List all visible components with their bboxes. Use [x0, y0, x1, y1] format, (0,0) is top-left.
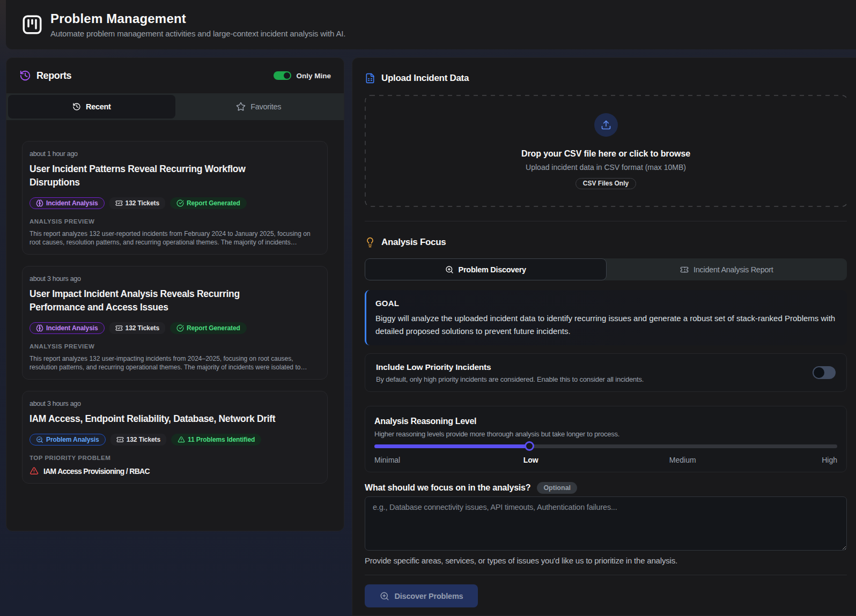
report-title: User Incident Patterns Reveal Recurring …: [29, 162, 292, 189]
focus-question-label: What should we focus on in the analysis?: [365, 483, 530, 493]
slider-label-minimal: Minimal: [374, 455, 400, 465]
tab-favorites[interactable]: Favorites: [175, 95, 343, 118]
report-title: IAM Access, Endpoint Reliability, Databa…: [29, 412, 292, 426]
report-card[interactable]: about 3 hours ago User Impact Incident A…: [22, 266, 328, 380]
circle-check-icon: [176, 324, 184, 332]
badge-label: 132 Tickets: [127, 436, 160, 443]
triangle-alert-icon: [29, 466, 39, 476]
optional-badge: Optional: [537, 482, 577, 494]
goal-text: Biggy will analyze the uploaded incident…: [375, 312, 838, 338]
goal-card: GOAL Biggy will analyze the uploaded inc…: [365, 290, 847, 345]
history-icon: [72, 102, 81, 111]
tab-label: Problem Discovery: [459, 265, 526, 274]
zoom-in-icon: [445, 265, 454, 274]
section-divider: [365, 221, 847, 221]
footer-divider: [365, 575, 847, 575]
report-list: about 1 hour ago User Incident Patterns …: [6, 120, 344, 531]
analysis-focus-title: Analysis Focus: [381, 237, 446, 248]
tickets-badge: 132 Tickets: [109, 197, 165, 209]
badge-label: 132 Tickets: [126, 199, 159, 207]
reasoning-description: Higher reasoning levels provide more tho…: [374, 430, 837, 438]
app-header: Problem Management Automate problem mana…: [6, 0, 856, 49]
focus-textarea[interactable]: [365, 496, 847, 551]
triangle-alert-icon: [178, 436, 185, 443]
reports-title: Reports: [36, 70, 71, 81]
low-priority-card: Include Low Priority Incidents By defaul…: [365, 353, 847, 392]
badge-label: Report Generated: [187, 199, 240, 207]
analysis-section-header: Analysis Focus: [365, 237, 847, 248]
csv-dropzone[interactable]: Drop your CSV file here or click to brow…: [365, 95, 847, 207]
badge-label: 132 Tickets: [126, 324, 159, 332]
reasoning-title: Analysis Reasoning Level: [374, 416, 837, 426]
slider-fill: [374, 444, 529, 448]
main-panel: Upload Incident Data Drop your CSV file …: [352, 57, 856, 616]
report-card[interactable]: about 1 hour ago User Incident Patterns …: [22, 141, 328, 255]
lightbulb-icon: [365, 237, 375, 248]
reports-tabs: Recent Favorites: [6, 93, 344, 120]
ticket-check-icon: [116, 436, 124, 443]
focus-helper-text: Provide specific areas, services, or typ…: [365, 556, 847, 565]
brain-icon: [36, 324, 43, 332]
analysis-preview-text: This report analyzes 132 user-reported i…: [29, 230, 320, 247]
tickets-badge: 132 Tickets: [109, 322, 165, 334]
toggle-knob: [814, 367, 824, 378]
reports-panel: Reports Only Mine Recent Favorites about…: [6, 57, 344, 531]
square-kanban-icon: [21, 13, 43, 36]
history-icon: [19, 70, 31, 81]
analysis-preview-label: ANALYSIS PREVIEW: [29, 218, 320, 225]
tab-incident-analysis-report[interactable]: Incident Analysis Report: [607, 258, 847, 280]
brain-icon: [36, 199, 43, 207]
star-icon: [236, 102, 246, 112]
type-badge: Incident Analysis: [29, 322, 105, 334]
search-check-icon: [36, 436, 43, 443]
badge-label: Incident Analysis: [46, 324, 98, 332]
report-card[interactable]: about 3 hours ago IAM Access, Endpoint R…: [22, 391, 328, 484]
tab-label: Favorites: [250, 102, 281, 111]
report-timestamp: about 3 hours ago: [29, 275, 320, 283]
report-title: User Impact Incident Analysis Reveals Re…: [29, 287, 292, 314]
tab-label: Incident Analysis Report: [693, 265, 773, 274]
page-subtitle: Automate problem management activities a…: [50, 29, 345, 38]
goal-label: GOAL: [375, 299, 838, 307]
report-timestamp: about 1 hour ago: [29, 150, 320, 158]
badge-label: Report Generated: [187, 324, 240, 332]
ticket-check-icon: [115, 199, 123, 207]
button-label: Discover Problems: [395, 592, 463, 600]
analysis-preview-label: ANALYSIS PREVIEW: [29, 343, 320, 350]
tab-problem-discovery[interactable]: Problem Discovery: [365, 258, 607, 280]
only-mine-toggle[interactable]: [274, 71, 291, 80]
tab-recent[interactable]: Recent: [8, 95, 175, 118]
low-priority-title: Include Low Priority Incidents: [376, 362, 644, 372]
priority-problem: IAM Access Provisioning / RBAC: [43, 467, 150, 476]
status-badge: Report Generated: [170, 322, 247, 334]
zoom-in-icon: [380, 591, 389, 601]
reasoning-level-card: Analysis Reasoning Level Higher reasonin…: [365, 406, 847, 472]
badge-label: Incident Analysis: [46, 199, 98, 207]
file-spreadsheet-icon: [365, 73, 375, 84]
report-timestamp: about 3 hours ago: [29, 400, 320, 408]
low-priority-toggle[interactable]: [813, 366, 836, 379]
reasoning-slider[interactable]: [374, 441, 837, 451]
status-badge: Report Generated: [170, 197, 247, 209]
reports-panel-header: Reports Only Mine: [6, 58, 344, 93]
slider-label-high: High: [822, 455, 837, 465]
type-badge: Problem Analysis: [29, 434, 106, 446]
dropzone-dashed-border: [365, 95, 847, 207]
ticket-check-icon: [115, 324, 123, 332]
top-priority-label: TOP PRIORITY PROBLEM: [29, 454, 320, 462]
slider-track[interactable]: [374, 444, 837, 448]
slider-thumb[interactable]: [525, 441, 534, 451]
page-title: Problem Management: [50, 11, 345, 26]
slider-label-medium: Medium: [669, 455, 696, 465]
analysis-mode-tabs: Problem Discovery Incident Analysis Repo…: [365, 258, 847, 280]
slider-label-low: Low: [523, 455, 538, 465]
tickets-badge: 132 Tickets: [110, 434, 166, 446]
badge-label: 11 Problems Identified: [188, 436, 255, 443]
low-priority-description: By default, only high priority incidents…: [376, 375, 644, 383]
discover-problems-button[interactable]: Discover Problems: [365, 584, 478, 607]
only-mine-label: Only Mine: [296, 72, 331, 80]
badge-label: Problem Analysis: [46, 436, 99, 443]
upload-title: Upload Incident Data: [381, 73, 469, 84]
toggle-knob: [284, 72, 290, 79]
analysis-preview-text: This report analyzes 132 user-impacting …: [29, 355, 320, 372]
